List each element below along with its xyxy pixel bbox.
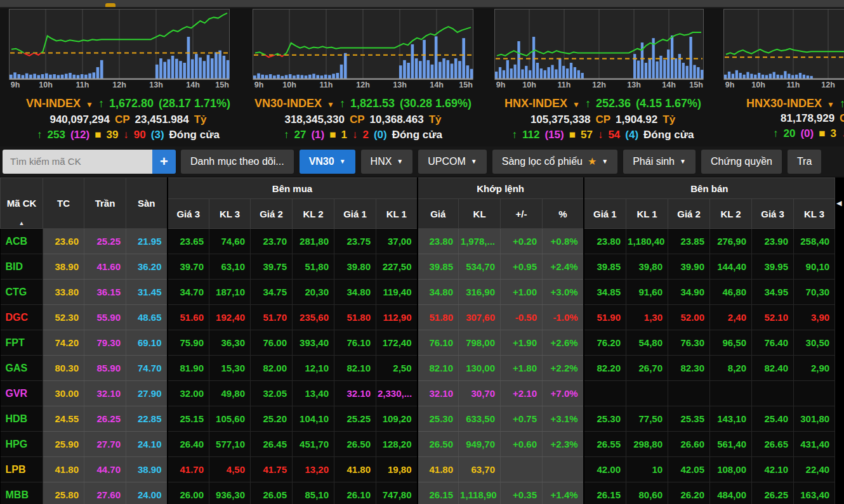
tab-tra[interactable]: Tra <box>788 150 821 174</box>
tab-phai-sinh[interactable]: Phái sinh▼ <box>623 150 696 174</box>
subheader-sell-4[interactable]: KL 2 <box>710 199 752 229</box>
symbol-search: + <box>3 150 176 174</box>
sell-cell: 26.25 <box>752 482 794 504</box>
sell-cell: 23.90 <box>752 229 794 254</box>
hnx-index-chart[interactable] <box>494 9 704 82</box>
match-cell <box>543 457 584 482</box>
index-change: (4.15 1.67%) <box>636 97 701 110</box>
sell-cell: 163,40 <box>794 482 835 504</box>
tc-cell: 38.90 <box>43 254 84 280</box>
symbol-cell[interactable]: FPT <box>1 330 43 356</box>
subheader-sell-5[interactable]: Giá 3 <box>752 199 794 229</box>
scroll-left-indicator[interactable]: ◀ <box>836 199 841 207</box>
buy-cell: 104,10 <box>293 406 334 432</box>
symbol-cell[interactable]: LPB <box>1 457 43 482</box>
column-header-san[interactable]: Sàn <box>126 178 168 229</box>
x-tick-label: 11h <box>787 81 800 89</box>
symbol-cell[interactable]: MBB <box>1 482 43 504</box>
column-header-code[interactable]: Mã CK▲ <box>1 178 43 229</box>
subheader-buy-5[interactable]: Giá 1 <box>334 199 376 229</box>
buy-cell: 32.10 <box>334 381 376 406</box>
subheader-match-2[interactable]: KL <box>459 199 501 229</box>
match-cell: 34.80 <box>418 280 459 305</box>
match-cell: 30,70 <box>459 381 501 406</box>
index-change: (30.28 1.69%) <box>400 97 471 110</box>
subheader-match-1[interactable]: Giá <box>418 199 459 229</box>
subheader-buy-6[interactable]: KL 1 <box>376 199 418 229</box>
tab-hnx[interactable]: HNX▼ <box>361 150 413 174</box>
turnover-value: 10,368.463 <box>370 113 424 126</box>
match-cell: +0.60 <box>501 432 543 457</box>
index-line1[interactable]: VN30-INDEX▼↑1,821.53(30.28 1.69%) <box>252 96 474 112</box>
buy-cell: 39.80 <box>334 254 376 280</box>
unchanged-count: 39 <box>106 129 118 141</box>
ceiling-count: (12) <box>70 129 89 141</box>
index-summary: VN30-INDEX▼↑1,821.53(30.28 1.69%)318,345… <box>252 96 474 143</box>
subheader-buy-2[interactable]: KL 3 <box>209 199 251 229</box>
tab-upcom[interactable]: UPCOM▼ <box>418 150 486 174</box>
symbol-cell[interactable]: DGC <box>1 305 43 330</box>
vn30-index-chart[interactable] <box>253 9 473 82</box>
index-line1[interactable]: HNX-INDEX▼↑252.36(4.15 1.67%) <box>502 96 704 112</box>
market-status: Đóng cửa <box>169 129 220 141</box>
hnx30-index-chart[interactable] <box>723 9 844 82</box>
symbol-cell[interactable]: GVR <box>1 381 43 406</box>
tab-chung-quyen[interactable]: Chứng quyền <box>701 150 782 174</box>
subheader-sell-2[interactable]: KL 1 <box>626 199 668 229</box>
chevron-down-icon: ▼ <box>602 158 608 165</box>
table-row: FPT74.2079.3069.1075.9036,3076.00393,407… <box>1 330 835 356</box>
symbol-cell[interactable]: HDB <box>1 406 43 432</box>
tab-label: Sàng lọc cổ phiếu <box>502 156 583 167</box>
unchanged-count: 57 <box>581 129 593 141</box>
column-header-tran[interactable]: Trần <box>84 178 126 229</box>
floor-count: (4) <box>625 129 638 141</box>
match-cell: +1.4% <box>543 482 584 504</box>
sell-cell: 42.10 <box>752 457 794 482</box>
symbol-cell[interactable]: GAS <box>1 356 43 381</box>
index-summary: VN-INDEX▼↑1,672.80(28.17 1.71%)940,097,2… <box>23 96 233 143</box>
sell-cell: 76.40 <box>752 330 794 356</box>
index-line1[interactable]: VN-INDEX▼↑1,672.80(28.17 1.71%) <box>23 96 233 112</box>
advancers-count: 112 <box>522 129 539 141</box>
subheader-sell-3[interactable]: Giá 2 <box>668 199 710 229</box>
symbol-cell[interactable]: HPG <box>1 432 43 457</box>
subheader-match-3[interactable]: +/- <box>501 199 543 229</box>
tab-label: VN30 <box>309 156 334 167</box>
match-cell: 63,70 <box>459 457 501 482</box>
up-arrow-icon: ↑ <box>585 97 591 110</box>
symbol-cell[interactable]: BID <box>1 254 43 280</box>
sell-cell: 46,80 <box>710 280 752 305</box>
x-tick-label: 9h <box>725 81 735 89</box>
sell-cell <box>710 381 752 406</box>
symbol-cell[interactable]: ACB <box>1 229 43 254</box>
group-header-buy[interactable]: Bên mua <box>168 178 418 199</box>
subheader-sell-1[interactable]: Giá 1 <box>584 199 626 229</box>
hnx30-index-chart-xaxis: 9h10h11h12h13h14h15h <box>723 81 844 92</box>
tc-cell: 25.80 <box>43 482 84 504</box>
table-row: BID38.9041.6036.2039.7063,1039.7551,8039… <box>1 254 835 280</box>
tab-vn30[interactable]: VN30▼ <box>300 150 355 174</box>
group-header-match[interactable]: Khớp lệnh <box>418 178 584 199</box>
match-cell: 307,60 <box>459 305 501 330</box>
subheader-buy-4[interactable]: KL 2 <box>293 199 334 229</box>
table-row: DGC52.3055.9048.6551.60192,4051.70235,60… <box>1 305 835 330</box>
tab-danh-muc-theo-doi[interactable]: Danh mục theo dõi... <box>181 150 294 174</box>
vn-index-chart[interactable] <box>9 9 230 82</box>
sell-cell: 561,40 <box>710 432 752 457</box>
search-input[interactable] <box>3 150 152 174</box>
index-dropdown-caret: ▼ <box>327 100 334 109</box>
table-row: CTG33.8036.1531.4534.70187,1034.7520,303… <box>1 280 835 305</box>
column-header-tc[interactable]: TC <box>43 178 84 229</box>
subheader-match-4[interactable]: % <box>543 199 584 229</box>
subheader-sell-6[interactable]: KL 3 <box>794 199 835 229</box>
match-cell: 51.80 <box>418 305 459 330</box>
tab-sang-loc-co-phieu[interactable]: Sàng lọc cổ phiếu★▼ <box>492 150 617 174</box>
group-header-sell[interactable]: Bên bán <box>584 178 835 199</box>
subheader-buy-3[interactable]: Giá 2 <box>251 199 293 229</box>
symbol-cell[interactable]: CTG <box>1 280 43 305</box>
floor-cell: 74.70 <box>126 356 168 381</box>
subheader-buy-1[interactable]: Giá 3 <box>168 199 209 229</box>
index-line1[interactable]: HNX30-INDEX▼↑ <box>744 96 844 112</box>
add-symbol-button[interactable]: + <box>152 150 176 174</box>
up-arrow-icon: ↑ <box>98 97 104 110</box>
